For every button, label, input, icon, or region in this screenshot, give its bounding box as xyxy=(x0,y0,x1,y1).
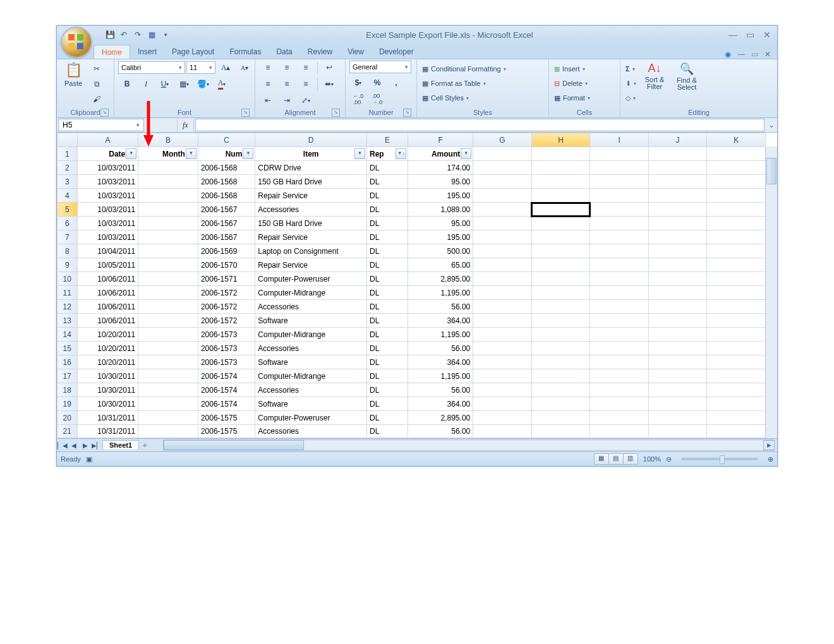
dialog-launcher-icon[interactable]: ↘ xyxy=(403,109,411,117)
cell[interactable]: 2006-1573 xyxy=(198,328,255,342)
cell[interactable]: 10/03/2011 xyxy=(77,230,138,244)
last-sheet-icon[interactable]: ▶▏ xyxy=(91,442,102,449)
cell[interactable]: 2006-1568 xyxy=(198,161,255,175)
cell[interactable] xyxy=(707,175,766,189)
cell[interactable] xyxy=(473,328,532,342)
cell[interactable] xyxy=(590,397,649,411)
table-header-rep[interactable]: Rep▼↓ xyxy=(367,147,408,161)
row-header[interactable]: 1 xyxy=(57,147,78,161)
filter-icon[interactable]: ▼ xyxy=(243,148,253,159)
dialog-launcher-icon[interactable]: ↘ xyxy=(241,109,250,117)
dialog-launcher-icon[interactable]: ↘ xyxy=(332,109,340,117)
cell[interactable]: 2006-1575 xyxy=(198,411,255,425)
cell[interactable]: DL xyxy=(367,175,408,189)
cell[interactable] xyxy=(531,300,590,314)
cell[interactable] xyxy=(531,230,590,244)
col-header-J[interactable]: J xyxy=(648,133,707,147)
insert-cells-button[interactable]: ⊞Insert▾ xyxy=(553,63,586,75)
tab-insert[interactable]: Insert xyxy=(130,45,164,59)
cell[interactable] xyxy=(648,425,707,438)
cell[interactable]: CDRW Drive xyxy=(255,161,367,175)
cell[interactable] xyxy=(590,244,649,258)
find-select-button[interactable]: 🔍 Find & Select xyxy=(672,61,702,91)
cell[interactable]: 10/20/2011 xyxy=(77,342,138,355)
cell[interactable]: DL xyxy=(367,258,408,272)
cell[interactable]: 10/05/2011 xyxy=(77,258,138,272)
table-header-month[interactable]: Month▼ xyxy=(138,147,198,161)
cell[interactable]: 10/20/2011 xyxy=(77,355,138,369)
cell[interactable]: DL xyxy=(367,286,408,300)
align-center-icon[interactable]: ≡ xyxy=(278,77,296,91)
cell[interactable] xyxy=(590,203,649,217)
cell[interactable] xyxy=(707,147,766,161)
cell[interactable] xyxy=(138,230,198,244)
cell[interactable]: 10/31/2011 xyxy=(77,411,138,425)
percent-icon[interactable]: % xyxy=(368,76,386,90)
cell[interactable] xyxy=(138,286,198,300)
row-header[interactable]: 12 xyxy=(57,300,78,314)
row-header[interactable]: 21 xyxy=(57,425,78,438)
cell[interactable] xyxy=(531,244,590,258)
cell[interactable] xyxy=(531,258,590,272)
cell[interactable] xyxy=(473,425,532,438)
cell[interactable]: 56.00 xyxy=(408,342,473,355)
restore-icon[interactable]: ▭ xyxy=(746,30,754,40)
cell[interactable] xyxy=(531,161,590,175)
cell[interactable] xyxy=(590,147,649,161)
cell[interactable] xyxy=(648,300,707,314)
autosum-button[interactable]: Σ▾ xyxy=(624,63,638,75)
cell[interactable] xyxy=(531,369,590,383)
row-header[interactable]: 4 xyxy=(57,189,78,203)
cell[interactable]: 56.00 xyxy=(408,425,473,438)
cell[interactable]: DL xyxy=(367,342,408,355)
table-header-amount[interactable]: Amount▼ xyxy=(408,147,473,161)
filter-icon[interactable]: ▼ xyxy=(126,148,136,159)
cell[interactable]: DL xyxy=(367,230,408,244)
borders-icon[interactable]: ▦▾ xyxy=(175,77,193,91)
cell[interactable]: 2006-1574 xyxy=(198,369,255,383)
cell[interactable] xyxy=(473,189,532,203)
cell[interactable] xyxy=(590,355,649,369)
zoom-level[interactable]: 100% xyxy=(643,455,661,463)
prev-sheet-icon[interactable]: ◀ xyxy=(68,442,80,449)
cell[interactable]: DL xyxy=(367,425,408,438)
cell[interactable]: 174.00 xyxy=(408,161,473,175)
cell[interactable] xyxy=(531,286,590,300)
cell[interactable] xyxy=(531,314,590,328)
cell[interactable]: Computer-Midrange xyxy=(255,286,367,300)
cell[interactable] xyxy=(648,342,707,355)
cell[interactable] xyxy=(473,369,532,383)
grow-font-icon[interactable]: A▴ xyxy=(217,61,234,75)
cell[interactable] xyxy=(473,244,532,258)
cell[interactable] xyxy=(138,369,198,383)
filter-icon[interactable]: ▼ xyxy=(354,148,365,159)
cell[interactable] xyxy=(473,161,532,175)
new-sheet-icon[interactable]: ✧ xyxy=(139,442,150,449)
cell[interactable] xyxy=(473,397,532,411)
cell[interactable] xyxy=(707,314,766,328)
format-as-table-button[interactable]: ▦Format as Table▾ xyxy=(421,77,487,90)
redo-icon[interactable]: ↷ xyxy=(133,30,143,40)
cell[interactable] xyxy=(138,300,198,314)
merge-center-icon[interactable]: ⬌▾ xyxy=(320,77,338,91)
zoom-out-icon[interactable]: ⊖ xyxy=(666,455,672,463)
cell[interactable] xyxy=(707,369,766,383)
cell[interactable] xyxy=(590,314,649,328)
cell[interactable] xyxy=(473,411,532,425)
row-header[interactable]: 15 xyxy=(57,342,78,355)
cell[interactable] xyxy=(707,244,766,258)
cell[interactable] xyxy=(473,314,532,328)
filter-icon[interactable]: ▼ xyxy=(461,148,471,159)
cell[interactable] xyxy=(590,383,649,397)
cell[interactable] xyxy=(473,203,532,217)
dialog-launcher-icon[interactable]: ↘ xyxy=(100,109,109,117)
cell[interactable] xyxy=(648,258,707,272)
cell[interactable]: 10/04/2011 xyxy=(77,244,138,258)
cell[interactable]: DL xyxy=(367,383,408,397)
cell[interactable] xyxy=(473,272,532,286)
row-header[interactable]: 3 xyxy=(57,175,78,189)
tab-page-layout[interactable]: Page Layout xyxy=(164,45,222,59)
row-header[interactable]: 20 xyxy=(57,411,78,425)
cell[interactable]: 195.00 xyxy=(408,230,473,244)
underline-button[interactable]: U▾ xyxy=(156,77,174,91)
